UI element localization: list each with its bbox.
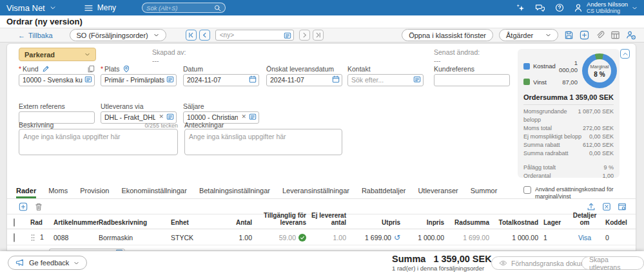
revert-price-icon[interactable]: ↺ — [394, 234, 400, 241]
drag-handle-icon[interactable] — [30, 234, 35, 242]
clear-icon[interactable]: ✕ — [159, 113, 164, 121]
cell-koddel[interactable]: 0 — [605, 234, 634, 242]
upload-icon — [587, 202, 596, 211]
status-select[interactable]: Parkerad — [19, 48, 96, 61]
lookup-icon[interactable] — [249, 113, 257, 120]
tab-rader[interactable]: Rader — [16, 183, 36, 198]
delete-row-button[interactable] — [34, 202, 43, 211]
help-icon[interactable] — [555, 3, 564, 12]
beskrivning-textarea[interactable] — [19, 129, 178, 155]
order-number-input[interactable] — [215, 30, 294, 41]
col-header-totalkostnad[interactable]: Totalkostnad — [494, 220, 543, 227]
lookup-icon[interactable] — [413, 75, 421, 83]
nav-first-button[interactable] — [186, 30, 197, 41]
kundreferens-field[interactable] — [434, 73, 510, 86]
location-pin-icon[interactable] — [122, 65, 130, 73]
back-button[interactable]: ← Tillbaka — [18, 32, 53, 39]
global-search[interactable] — [142, 3, 226, 13]
lookup-icon[interactable] — [84, 75, 92, 83]
kontakt-input[interactable] — [347, 74, 424, 86]
kund-input[interactable] — [19, 74, 95, 86]
copy-icon[interactable] — [87, 65, 95, 73]
create-delivery-button[interactable]: Skapa utleverans — [581, 256, 644, 270]
nav-next-button[interactable] — [299, 30, 310, 41]
lookup-icon[interactable] — [166, 75, 174, 83]
cell-utpris[interactable]: 1 699.00 — [365, 234, 391, 242]
lookup-icon[interactable] — [166, 113, 174, 120]
calendar-icon[interactable] — [332, 75, 340, 83]
cell-enhet[interactable]: STYCK — [171, 234, 221, 242]
kund-field[interactable] — [19, 73, 95, 86]
chat-icon[interactable] — [535, 4, 545, 12]
col-header-radbeskrivning[interactable]: Radbeskrivning — [99, 220, 171, 227]
col-header-rad[interactable]: Rad — [30, 220, 54, 227]
col-header-tillganglig[interactable]: Tillgänglig för leverans — [257, 213, 311, 226]
col-header-artikelnummer[interactable]: Artikelnummer — [54, 220, 99, 227]
tab-rabattdetaljer[interactable]: Rabattdetaljer — [362, 183, 406, 198]
select-all-checkbox[interactable] — [14, 218, 15, 227]
calendar-icon[interactable] — [249, 75, 257, 83]
order-type-select[interactable]: SO (Försäljningsorder) — [70, 29, 166, 41]
order-number-field[interactable] — [215, 30, 294, 41]
brand-menu[interactable]: Visma Net — [6, 3, 56, 13]
cell-radbeskrivning[interactable]: Borrmaskin — [99, 234, 171, 242]
col-header-utpris[interactable]: Utpris — [351, 220, 405, 227]
nav-prev-button[interactable] — [199, 30, 210, 41]
tab-leveransinstallningar[interactable]: Leveransinställningar — [282, 183, 349, 198]
global-search-input[interactable] — [146, 5, 214, 12]
col-header-lager[interactable]: Lager — [543, 220, 569, 227]
tab-betalningsinstallningar[interactable]: Betalningsinställningar — [199, 183, 270, 198]
open-classic-button[interactable]: Öppna i klassiskt fönster — [402, 29, 493, 41]
leveransdatum-field[interactable] — [266, 73, 342, 86]
anteckningar-textarea[interactable] — [184, 129, 342, 155]
cell-inpris[interactable]: 1 000.00 — [405, 234, 449, 242]
sparkle-icon[interactable] — [516, 3, 525, 13]
kundreferens-label: Kundreferens — [434, 65, 474, 73]
tab-moms[interactable]: Moms — [48, 183, 68, 198]
cell-totalkostnad[interactable]: 1 000.00 — [494, 234, 543, 242]
plats-input[interactable] — [101, 74, 177, 86]
tab-utleveranser[interactable]: Utleveranser — [418, 183, 458, 198]
plats-field[interactable] — [101, 73, 177, 86]
leveransdatum-input[interactable] — [266, 74, 342, 86]
col-header-koddel[interactable]: Koddel — [605, 220, 634, 227]
add-row-button[interactable] — [19, 202, 28, 211]
col-header-ej-levererat[interactable]: Ej levererat antal — [311, 213, 351, 226]
datum-field[interactable] — [183, 73, 259, 86]
search-icon[interactable] — [214, 5, 221, 12]
actions-select[interactable]: Åtgärder — [499, 29, 558, 41]
nav-last-button[interactable] — [313, 30, 324, 41]
cell-artikelnummer[interactable]: 0088 — [54, 234, 99, 242]
export-button[interactable] — [587, 202, 596, 211]
col-header-radsumma[interactable]: Radsumma — [449, 220, 494, 227]
customize-button[interactable] — [626, 30, 636, 41]
collapse-panel-button[interactable] — [620, 49, 630, 59]
tab-summor[interactable]: Summor — [471, 183, 498, 198]
clear-icon[interactable]: ✕ — [241, 113, 246, 121]
attachments-button[interactable] — [595, 30, 605, 40]
edit-pencil-icon[interactable] — [42, 65, 50, 73]
lookup-icon[interactable] — [284, 32, 291, 39]
grid-view-button[interactable] — [610, 30, 620, 40]
row-checkbox[interactable] — [14, 233, 15, 242]
col-header-antal[interactable]: Antal — [221, 220, 257, 227]
kundreferens-input[interactable] — [434, 74, 510, 86]
add-record-button[interactable] — [580, 30, 589, 40]
save-button[interactable] — [564, 30, 574, 40]
export-excel-button[interactable] — [602, 202, 611, 211]
col-header-detaljer-om[interactable]: Detaljer om — [569, 213, 605, 226]
table-row[interactable]: 1 0088 Borrmaskin STYCK 1.00 59.00 1.00 … — [7, 230, 636, 245]
col-header-enhet[interactable]: Enhet — [171, 220, 221, 227]
tab-ekonomiinstallningar[interactable]: Ekonomiinställningar — [121, 183, 187, 198]
col-header-inpris[interactable]: Inpris — [405, 220, 449, 227]
tab-provision[interactable]: Provision — [80, 183, 109, 198]
grid-settings-button[interactable] — [618, 202, 627, 211]
feedback-button[interactable]: Ge feedback — [8, 256, 87, 270]
kontakt-field[interactable] — [347, 73, 424, 86]
datum-input[interactable] — [183, 74, 259, 86]
main-menu-button[interactable]: Meny — [84, 3, 116, 12]
cell-lager[interactable]: 1 — [543, 234, 569, 242]
cell-antal[interactable]: 1.00 — [221, 234, 257, 242]
visa-link[interactable]: Visa — [578, 234, 591, 242]
user-menu[interactable]: Anders Nilsson CS Utbildning — [574, 1, 638, 14]
